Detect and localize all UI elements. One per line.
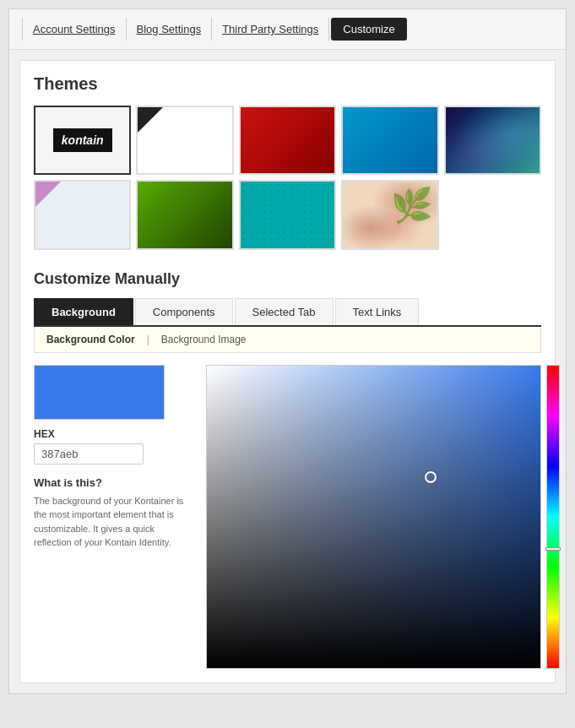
theme-green[interactable]: [136, 180, 233, 249]
theme-blue[interactable]: [341, 106, 438, 175]
blog-settings-link[interactable]: Blog Settings: [127, 18, 213, 41]
theme-white[interactable]: [136, 106, 233, 175]
customize-manually-title: Customize Manually: [34, 270, 541, 288]
color-picker-area: HEX What is this? The background of your…: [34, 365, 541, 669]
what-label: What is this?: [34, 476, 194, 489]
tab-selected-tab[interactable]: Selected Tab: [235, 298, 334, 325]
hue-slider[interactable]: [546, 365, 560, 669]
sub-tab-divider: |: [147, 334, 149, 345]
color-left-panel: HEX What is this? The background of your…: [34, 365, 194, 550]
hue-indicator: [545, 547, 561, 551]
saturation-box[interactable]: [206, 365, 541, 669]
theme-teal[interactable]: [239, 180, 336, 249]
theme-floral[interactable]: [341, 180, 438, 249]
hex-label: HEX: [34, 428, 194, 440]
third-party-settings-link[interactable]: Third Party Settings: [212, 18, 329, 41]
tab-background[interactable]: Background: [34, 298, 133, 325]
what-desc: The background of your Kontainer is the …: [34, 494, 194, 550]
hex-input[interactable]: [34, 443, 144, 465]
content-area: Themes kontain Customize Manually Backgr…: [19, 60, 556, 683]
nav-bar: Account Settings Blog Settings Third Par…: [9, 9, 566, 50]
theme-lavender[interactable]: [34, 180, 131, 249]
floral-inner: [343, 182, 437, 247]
manual-tabs: Background Components Selected Tab Text …: [34, 298, 541, 327]
saturation-cursor: [425, 471, 437, 483]
customize-link[interactable]: Customize: [331, 18, 406, 41]
tab-components[interactable]: Components: [135, 298, 233, 325]
color-swatch[interactable]: [34, 365, 165, 420]
account-settings-link[interactable]: Account Settings: [22, 18, 127, 41]
kontain-logo: kontain: [53, 128, 112, 152]
themes-title: Themes: [34, 74, 541, 94]
tab-text-links[interactable]: Text Links: [335, 298, 420, 325]
color-picker-main[interactable]: [206, 365, 541, 669]
sub-tab-background-color[interactable]: Background Color: [46, 334, 135, 345]
sub-tabs: Background Color | Background Image: [34, 327, 541, 353]
themes-grid: kontain: [34, 106, 541, 250]
sub-tab-background-image[interactable]: Background Image: [161, 334, 247, 345]
theme-galaxy[interactable]: [444, 106, 541, 175]
theme-red[interactable]: [239, 106, 336, 175]
theme-kontain[interactable]: kontain: [34, 106, 131, 175]
